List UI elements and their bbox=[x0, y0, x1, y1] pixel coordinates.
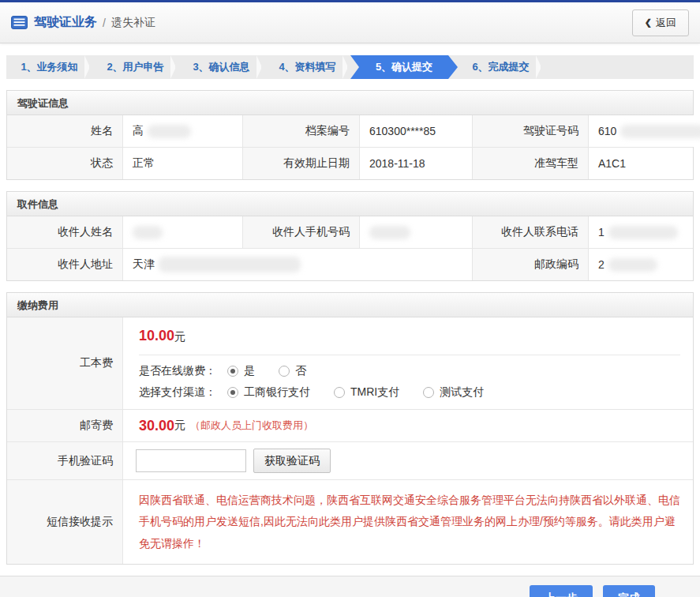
license-number-label: 驾驶证号码 bbox=[473, 115, 589, 147]
redacted-value bbox=[620, 125, 700, 138]
fees-section: 缴纳费用 工本费 10.00元 是否在线缴费： 是 否 选择支付渠道： bbox=[6, 292, 694, 565]
recipient-name-label: 收件人姓名 bbox=[7, 216, 123, 248]
redacted-value bbox=[148, 125, 191, 138]
recipient-address-label: 收件人地址 bbox=[7, 249, 123, 280]
breadcrumb-current: 遗失补证 bbox=[111, 16, 155, 30]
radio-unchecked-icon[interactable] bbox=[279, 366, 290, 377]
postage-fee-content: 30.00元 （邮政人员上门收取费用） bbox=[123, 410, 693, 441]
pay-channel-choice: 选择支付渠道： 工商银行支付 TMRI支付 测试支付 bbox=[139, 385, 680, 400]
recipient-mobile-label: 收件人手机号码 bbox=[243, 216, 360, 248]
vehicle-class-label: 准驾车型 bbox=[473, 148, 589, 179]
pickup-section-title: 取件信息 bbox=[7, 192, 693, 216]
fees-section-title: 缴纳费用 bbox=[7, 293, 693, 317]
file-number-label: 档案编号 bbox=[243, 115, 360, 147]
step-2-user-declaration[interactable]: 2、用户申告 bbox=[92, 55, 178, 79]
redacted-value bbox=[159, 257, 301, 272]
production-fee-content: 10.00元 是否在线缴费： 是 否 选择支付渠道： 工商银行支付 bbox=[123, 317, 693, 409]
production-fee-row: 工本费 10.00元 是否在线缴费： 是 否 选择支付渠道： bbox=[7, 317, 693, 409]
chevron-left-icon: ❮ bbox=[645, 17, 652, 28]
postage-fee-row: 邮寄费 30.00元 （邮政人员上门收取费用） bbox=[7, 409, 693, 441]
get-captcha-button[interactable]: 获取验证码 bbox=[253, 449, 331, 473]
license-info-section: 驾驶证信息 姓名 高 档案编号 610300****85 驾驶证号码 610 状… bbox=[6, 90, 694, 180]
redacted-value bbox=[608, 226, 678, 239]
page-title: 驾驶证业务 bbox=[34, 14, 97, 31]
step-5-confirm-submit-active[interactable]: 5、确认提交 bbox=[350, 55, 458, 79]
postage-fee-amount: 30.00 bbox=[139, 418, 174, 434]
table-row: 收件人姓名 收件人手机号码 收件人联系电话 1 bbox=[7, 216, 693, 248]
postage-fee-unit: 元 bbox=[174, 419, 185, 433]
sms-notice-row: 短信接收提示 因陕西省联通、电信运营商技术问题，陕西省互联网交通安全综合服务管理… bbox=[7, 479, 693, 564]
name-value: 高 bbox=[123, 115, 243, 147]
recipient-address-value: 天津 bbox=[123, 249, 473, 280]
online-pay-yes-label: 是 bbox=[244, 364, 255, 378]
recipient-name-value bbox=[123, 216, 243, 248]
file-number-value: 610300****85 bbox=[360, 115, 473, 147]
back-button-label: 返回 bbox=[656, 16, 676, 30]
redacted-value bbox=[608, 258, 657, 272]
license-section-title: 驾驶证信息 bbox=[7, 91, 693, 115]
expiry-label: 有效期止日期 bbox=[243, 148, 360, 179]
channel-test-option[interactable]: 测试支付 bbox=[423, 385, 484, 400]
step-6-complete-submit[interactable]: 6、完成提交 bbox=[458, 55, 544, 79]
captcha-content: 获取验证码 bbox=[123, 442, 693, 479]
table-row: 收件人地址 天津 邮政编码 2 bbox=[7, 248, 693, 280]
license-number-value: 610 bbox=[589, 115, 700, 147]
expiry-value: 2018-11-18 bbox=[360, 148, 473, 179]
footer-action-bar: 上一步 完成 bbox=[0, 576, 700, 597]
sms-notice-label: 短信接收提示 bbox=[7, 480, 123, 564]
production-fee-amount: 10.00 bbox=[139, 328, 174, 344]
step-3-confirm-info[interactable]: 3、确认信息 bbox=[178, 55, 264, 79]
pickup-info-section: 取件信息 收件人姓名 收件人手机号码 收件人联系电话 1 收件人地址 天津 邮政… bbox=[6, 191, 694, 281]
step-4-fill-data[interactable]: 4、资料填写 bbox=[264, 55, 350, 79]
online-pay-yes-option[interactable]: 是 bbox=[227, 364, 255, 378]
license-service-icon bbox=[11, 16, 28, 29]
radio-unchecked-icon[interactable] bbox=[334, 387, 345, 398]
name-label: 姓名 bbox=[7, 115, 123, 147]
online-pay-no-option[interactable]: 否 bbox=[279, 364, 306, 378]
vehicle-class-value: A1C1 bbox=[589, 148, 693, 179]
redacted-value bbox=[133, 226, 163, 239]
channel-icbc-label: 工商银行支付 bbox=[244, 385, 310, 400]
recipient-mobile-value bbox=[360, 216, 473, 248]
channel-tmri-option[interactable]: TMRI支付 bbox=[334, 385, 399, 400]
previous-step-button[interactable]: 上一步 bbox=[530, 585, 593, 597]
finish-button[interactable]: 完成 bbox=[603, 585, 655, 597]
radio-unchecked-icon[interactable] bbox=[423, 387, 434, 398]
captcha-row: 手机验证码 获取验证码 bbox=[7, 441, 693, 479]
captcha-input[interactable] bbox=[136, 449, 246, 472]
radio-checked-icon[interactable] bbox=[227, 387, 238, 398]
step-1-business-notice[interactable]: 1、业务须知 bbox=[6, 55, 92, 79]
sms-notice-text: 因陕西省联通、电信运营商技术问题，陕西省互联网交通安全综合服务管理平台无法向持陕… bbox=[123, 480, 693, 564]
production-fee-label: 工本费 bbox=[7, 317, 123, 409]
online-pay-choice: 是否在线缴费： 是 否 bbox=[139, 364, 680, 378]
online-pay-no-label: 否 bbox=[295, 364, 306, 378]
channel-tmri-label: TMRI支付 bbox=[350, 385, 399, 400]
status-label: 状态 bbox=[7, 148, 123, 179]
page-header: 驾驶证业务 / 遗失补证 ❮ 返回 bbox=[0, 2, 700, 43]
online-pay-label: 是否在线缴费： bbox=[139, 364, 216, 378]
pay-channel-label: 选择支付渠道： bbox=[139, 385, 216, 400]
recipient-phone-label: 收件人联系电话 bbox=[473, 216, 589, 248]
radio-checked-icon[interactable] bbox=[227, 366, 238, 377]
table-row: 状态 正常 有效期止日期 2018-11-18 准驾车型 A1C1 bbox=[7, 147, 693, 179]
breadcrumb-divider: / bbox=[103, 17, 106, 29]
status-value: 正常 bbox=[123, 148, 243, 179]
recipient-phone-value: 1 bbox=[589, 216, 693, 248]
channel-icbc-option[interactable]: 工商银行支付 bbox=[227, 385, 310, 400]
postcode-value: 2 bbox=[589, 249, 693, 280]
channel-test-label: 测试支付 bbox=[440, 385, 484, 400]
divider bbox=[139, 355, 680, 355]
step-bar-filler bbox=[544, 55, 694, 79]
captcha-label: 手机验证码 bbox=[7, 442, 123, 479]
production-fee-unit: 元 bbox=[174, 330, 185, 343]
step-progress-bar: 1、业务须知 2、用户申告 3、确认信息 4、资料填写 5、确认提交 6、完成提… bbox=[6, 55, 694, 79]
back-button[interactable]: ❮ 返回 bbox=[632, 9, 689, 36]
postage-fee-note: （邮政人员上门收取费用） bbox=[190, 419, 313, 433]
postage-fee-label: 邮寄费 bbox=[7, 410, 123, 441]
table-row: 姓名 高 档案编号 610300****85 驾驶证号码 610 bbox=[7, 115, 693, 147]
production-fee-amount-line: 10.00元 bbox=[139, 328, 680, 344]
postcode-label: 邮政编码 bbox=[473, 249, 589, 280]
redacted-value bbox=[369, 226, 410, 239]
